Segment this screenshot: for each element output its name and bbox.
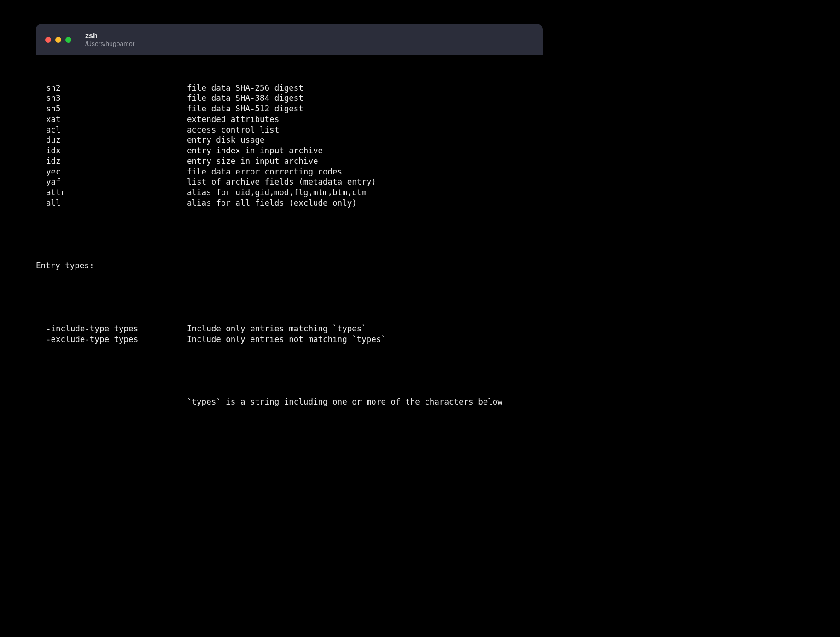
field-desc: list of archive fields (metadata entry) [187, 177, 542, 187]
maximize-button[interactable] [65, 37, 71, 43]
option-key: -exclude-type types [36, 334, 187, 345]
option-row: -exclude-type typesInclude only entries … [36, 334, 542, 345]
field-key: idx [36, 145, 187, 156]
field-row: duzentry disk usage [36, 135, 542, 145]
field-key: idz [36, 156, 187, 167]
titlebar: zsh /Users/hugoamor [36, 24, 542, 55]
field-key: xat [36, 114, 187, 125]
title-info: zsh /Users/hugoamor [85, 32, 134, 47]
option-desc: Include only entries not matching `types… [187, 334, 542, 345]
field-row: aclaccess control list [36, 125, 542, 135]
close-button[interactable] [45, 37, 51, 43]
option-key: -include-type types [36, 324, 187, 334]
option-row: -include-type typesInclude only entries … [36, 324, 542, 334]
field-desc: access control list [187, 125, 542, 135]
field-key: yec [36, 167, 187, 177]
field-row: allalias for all fields (exclude only) [36, 198, 542, 208]
field-desc: entry disk usage [187, 135, 542, 145]
field-row: sh2file data SHA-256 digest [36, 83, 542, 93]
field-desc: entry size in input archive [187, 156, 542, 167]
field-desc: entry index in input archive [187, 145, 542, 156]
option-desc: Include only entries matching `types` [187, 324, 542, 334]
field-key: all [36, 198, 187, 208]
terminal-window: zsh /Users/hugoamor sh2file data SHA-256… [36, 24, 542, 438]
terminal-body[interactable]: sh2file data SHA-256 digestsh3file data … [36, 55, 542, 438]
field-key: sh3 [36, 93, 187, 104]
types-hint: `types` is a string including one or mor… [36, 397, 542, 407]
field-row: yaflist of archive fields (metadata entr… [36, 177, 542, 187]
minimize-button[interactable] [55, 37, 61, 43]
field-row: sh5file data SHA-512 digest [36, 104, 542, 114]
window-subtitle: /Users/hugoamor [85, 40, 134, 47]
field-row: xatextended attributes [36, 114, 542, 125]
field-desc: file data SHA-512 digest [187, 104, 542, 114]
field-key: duz [36, 135, 187, 145]
field-row: attralias for uid,gid,mod,flg,mtm,btm,ct… [36, 187, 542, 198]
field-key: acl [36, 125, 187, 135]
field-desc: alias for uid,gid,mod,flg,mtm,btm,ctm [187, 187, 542, 198]
field-desc: extended attributes [187, 114, 542, 125]
field-key: sh2 [36, 83, 187, 93]
field-desc: file data SHA-384 digest [187, 93, 542, 104]
field-desc: alias for all fields (exclude only) [187, 198, 542, 208]
traffic-lights [45, 37, 71, 43]
field-key: yaf [36, 177, 187, 187]
field-key: attr [36, 187, 187, 198]
window-title: zsh [85, 32, 134, 40]
field-key: sh5 [36, 104, 187, 114]
section-header: Entry types: [36, 261, 542, 271]
field-desc: file data SHA-256 digest [187, 83, 542, 93]
field-desc: file data error correcting codes [187, 167, 542, 177]
field-row: idzentry size in input archive [36, 156, 542, 167]
field-row: sh3file data SHA-384 digest [36, 93, 542, 104]
field-row: idxentry index in input archive [36, 145, 542, 156]
field-row: yecfile data error correcting codes [36, 167, 542, 177]
